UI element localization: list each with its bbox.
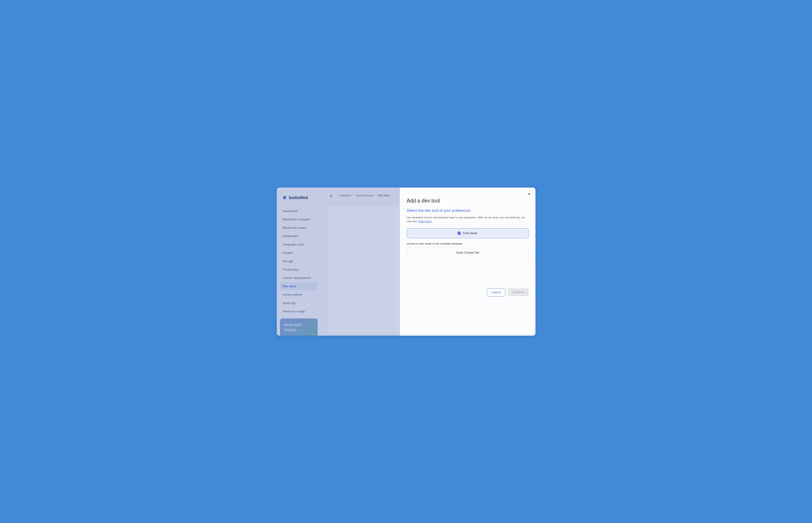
logo-icon xyxy=(282,196,287,200)
sidebar-item-private-keys[interactable]: Private keys xyxy=(280,266,318,273)
app-frame: SettleMint Dashboard Blockchain networks… xyxy=(277,187,535,336)
breadcrumb-sep: > xyxy=(353,194,354,197)
continue-button[interactable]: Continue xyxy=(508,288,529,296)
sidebar-item-dev-tools[interactable]: Dev tools xyxy=(280,282,318,290)
breadcrumb: > SettleMint > Documentation > Dev tools xyxy=(337,194,390,197)
logo-text: SettleMint xyxy=(289,196,308,200)
code-studio-icon xyxy=(458,232,461,235)
logo[interactable]: SettleMint xyxy=(277,192,321,207)
sidebar-item-storage[interactable]: Storage xyxy=(280,257,318,265)
help-card[interactable]: Need help? Contact xyxy=(280,319,318,336)
sidebar-item-blockchain-networks[interactable]: Blockchain networks xyxy=(280,215,318,223)
modal-subtitle: Select the dev tool of your preference xyxy=(407,209,529,213)
learn-more-link[interactable]: Learn more xyxy=(419,220,432,223)
close-icon xyxy=(527,192,531,196)
sidebar-item-insights[interactable]: Insights xyxy=(280,249,318,257)
option-code-studio[interactable]: Code Studio xyxy=(407,228,529,238)
sidebar: SettleMint Dashboard Blockchain networks… xyxy=(277,187,321,336)
help-line1: Need help? xyxy=(284,323,314,327)
sidebar-item-resource-usage[interactable]: Resource usage xyxy=(280,307,318,315)
home-button[interactable] xyxy=(328,192,334,199)
modal-title: Add a dev tool xyxy=(407,198,529,204)
nav-items: Dashboard Blockchain networks Blockchain… xyxy=(277,207,321,315)
sidebar-item-middleware[interactable]: Middleware xyxy=(280,232,318,240)
sidebar-item-dashboard[interactable]: Dashboard xyxy=(280,207,318,215)
option-label: Code Studio xyxy=(462,232,477,235)
add-dev-tool-modal: Add a dev tool Select the dev tool of yo… xyxy=(400,187,535,336)
sidebar-item-access-tokens[interactable]: Access tokens xyxy=(280,291,318,299)
modal-footer: Cancel Continue xyxy=(487,288,529,336)
home-icon xyxy=(329,194,333,197)
sidebar-item-integration-tools[interactable]: Integration tools xyxy=(280,240,318,248)
template-label: Smart Contract Set xyxy=(456,251,479,254)
template-smart-contract-set[interactable]: Smart Contract Set xyxy=(407,248,529,258)
breadcrumb-sep: > xyxy=(375,194,377,197)
sidebar-item-custom-deployments[interactable]: Custom deployments xyxy=(280,274,318,282)
modal-close-button[interactable] xyxy=(527,192,531,196)
sidebar-item-audit-logs[interactable]: Audit logs xyxy=(280,299,318,307)
cancel-button[interactable]: Cancel xyxy=(487,288,505,296)
section-label: Choose a code studio to see available te… xyxy=(407,242,529,245)
modal-desc: Use developer tools to add business logi… xyxy=(407,216,529,223)
sidebar-item-blockchain-nodes[interactable]: Blockchain nodes xyxy=(280,224,318,232)
breadcrumb-sep: > xyxy=(337,194,338,197)
breadcrumb-dev-tools: Dev tools xyxy=(379,194,390,197)
breadcrumb-settlemint[interactable]: SettleMint xyxy=(339,194,352,197)
help-line2: Contact xyxy=(284,327,314,332)
breadcrumb-documentation[interactable]: Documentation xyxy=(356,194,374,197)
